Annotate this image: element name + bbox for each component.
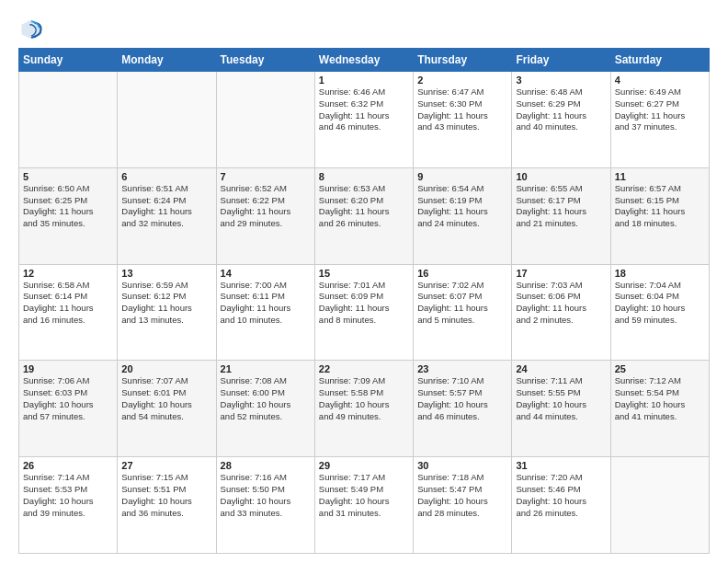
day-info: Sunrise: 7:11 AM Sunset: 5:55 PM Dayligh… xyxy=(516,375,606,422)
day-number: 21 xyxy=(221,363,311,374)
calendar-cell: 30Sunrise: 7:18 AM Sunset: 5:47 PM Dayli… xyxy=(414,457,512,554)
day-info: Sunrise: 6:54 AM Sunset: 6:19 PM Dayligh… xyxy=(417,183,507,230)
day-number: 23 xyxy=(417,363,507,374)
day-info: Sunrise: 7:16 AM Sunset: 5:50 PM Dayligh… xyxy=(221,472,311,519)
day-number: 9 xyxy=(417,171,507,182)
calendar-cell: 29Sunrise: 7:17 AM Sunset: 5:49 PM Dayli… xyxy=(314,457,413,554)
calendar-cell: 16Sunrise: 7:02 AM Sunset: 6:07 PM Dayli… xyxy=(414,264,512,361)
calendar-cell: 15Sunrise: 7:01 AM Sunset: 6:09 PM Dayli… xyxy=(314,264,413,361)
day-info: Sunrise: 7:20 AM Sunset: 5:46 PM Dayligh… xyxy=(516,472,606,519)
day-number: 14 xyxy=(221,268,311,279)
calendar-cell: 26Sunrise: 7:14 AM Sunset: 5:53 PM Dayli… xyxy=(19,457,118,554)
day-info: Sunrise: 6:48 AM Sunset: 6:29 PM Dayligh… xyxy=(516,86,606,133)
day-info: Sunrise: 7:02 AM Sunset: 6:07 PM Dayligh… xyxy=(417,280,507,327)
day-info: Sunrise: 7:08 AM Sunset: 6:00 PM Dayligh… xyxy=(221,375,311,422)
calendar-cell: 17Sunrise: 7:03 AM Sunset: 6:06 PM Dayli… xyxy=(512,264,610,361)
logo-icon xyxy=(18,17,44,42)
calendar-cell: 1Sunrise: 6:46 AM Sunset: 6:32 PM Daylig… xyxy=(314,72,413,168)
day-number: 17 xyxy=(516,268,606,279)
day-info: Sunrise: 7:04 AM Sunset: 6:04 PM Dayligh… xyxy=(615,280,705,327)
day-info: Sunrise: 6:59 AM Sunset: 6:12 PM Dayligh… xyxy=(121,280,211,327)
day-info: Sunrise: 7:14 AM Sunset: 5:53 PM Dayligh… xyxy=(23,472,113,519)
day-info: Sunrise: 7:17 AM Sunset: 5:49 PM Dayligh… xyxy=(319,472,409,519)
calendar-cell xyxy=(118,72,216,168)
day-info: Sunrise: 6:49 AM Sunset: 6:27 PM Dayligh… xyxy=(615,86,705,133)
day-number: 30 xyxy=(417,460,507,471)
day-number: 12 xyxy=(23,268,113,279)
day-info: Sunrise: 7:10 AM Sunset: 5:57 PM Dayligh… xyxy=(417,375,507,422)
weekday-header-tuesday: Tuesday xyxy=(216,49,314,72)
day-number: 8 xyxy=(319,171,409,182)
weekday-header-friday: Friday xyxy=(512,49,610,72)
day-number: 25 xyxy=(615,363,705,374)
calendar-cell: 5Sunrise: 6:50 AM Sunset: 6:25 PM Daylig… xyxy=(19,167,118,264)
calendar-cell: 22Sunrise: 7:09 AM Sunset: 5:58 PM Dayli… xyxy=(314,361,413,457)
calendar-week-4: 19Sunrise: 7:06 AM Sunset: 6:03 PM Dayli… xyxy=(19,361,710,457)
calendar-cell: 4Sunrise: 6:49 AM Sunset: 6:27 PM Daylig… xyxy=(610,72,709,168)
day-number: 3 xyxy=(516,75,606,86)
day-number: 15 xyxy=(319,268,409,279)
calendar-cell: 28Sunrise: 7:16 AM Sunset: 5:50 PM Dayli… xyxy=(216,457,314,554)
calendar-cell: 31Sunrise: 7:20 AM Sunset: 5:46 PM Dayli… xyxy=(512,457,610,554)
header xyxy=(18,17,710,42)
day-info: Sunrise: 6:50 AM Sunset: 6:25 PM Dayligh… xyxy=(23,183,113,230)
calendar-cell: 21Sunrise: 7:08 AM Sunset: 6:00 PM Dayli… xyxy=(216,361,314,457)
weekday-header-row: SundayMondayTuesdayWednesdayThursdayFrid… xyxy=(19,49,710,72)
calendar-cell: 12Sunrise: 6:58 AM Sunset: 6:14 PM Dayli… xyxy=(19,264,118,361)
day-info: Sunrise: 6:46 AM Sunset: 6:32 PM Dayligh… xyxy=(319,86,409,133)
day-number: 11 xyxy=(615,171,705,182)
day-info: Sunrise: 6:57 AM Sunset: 6:15 PM Dayligh… xyxy=(615,183,705,230)
weekday-header-monday: Monday xyxy=(118,49,216,72)
day-number: 26 xyxy=(23,460,113,471)
day-number: 20 xyxy=(121,363,211,374)
day-number: 24 xyxy=(516,363,606,374)
calendar-cell: 9Sunrise: 6:54 AM Sunset: 6:19 PM Daylig… xyxy=(414,167,512,264)
calendar-cell: 10Sunrise: 6:55 AM Sunset: 6:17 PM Dayli… xyxy=(512,167,610,264)
day-info: Sunrise: 6:53 AM Sunset: 6:20 PM Dayligh… xyxy=(319,183,409,230)
day-info: Sunrise: 7:03 AM Sunset: 6:06 PM Dayligh… xyxy=(516,280,606,327)
day-info: Sunrise: 7:00 AM Sunset: 6:11 PM Dayligh… xyxy=(221,280,311,327)
calendar-cell: 7Sunrise: 6:52 AM Sunset: 6:22 PM Daylig… xyxy=(216,167,314,264)
day-number: 1 xyxy=(319,75,409,86)
day-number: 13 xyxy=(121,268,211,279)
calendar-cell: 18Sunrise: 7:04 AM Sunset: 6:04 PM Dayli… xyxy=(610,264,709,361)
calendar-cell xyxy=(610,457,709,554)
weekday-header-wednesday: Wednesday xyxy=(314,49,413,72)
day-number: 2 xyxy=(417,75,507,86)
day-info: Sunrise: 7:12 AM Sunset: 5:54 PM Dayligh… xyxy=(615,375,705,422)
day-info: Sunrise: 7:06 AM Sunset: 6:03 PM Dayligh… xyxy=(23,375,113,422)
calendar-cell: 23Sunrise: 7:10 AM Sunset: 5:57 PM Dayli… xyxy=(414,361,512,457)
day-info: Sunrise: 7:18 AM Sunset: 5:47 PM Dayligh… xyxy=(417,472,507,519)
day-info: Sunrise: 6:58 AM Sunset: 6:14 PM Dayligh… xyxy=(23,280,113,327)
day-info: Sunrise: 6:47 AM Sunset: 6:30 PM Dayligh… xyxy=(417,86,507,133)
calendar-cell: 14Sunrise: 7:00 AM Sunset: 6:11 PM Dayli… xyxy=(216,264,314,361)
day-info: Sunrise: 6:55 AM Sunset: 6:17 PM Dayligh… xyxy=(516,183,606,230)
weekday-header-sunday: Sunday xyxy=(19,49,118,72)
calendar-cell: 2Sunrise: 6:47 AM Sunset: 6:30 PM Daylig… xyxy=(414,72,512,168)
day-number: 29 xyxy=(319,460,409,471)
day-number: 19 xyxy=(23,363,113,374)
day-number: 22 xyxy=(319,363,409,374)
day-number: 6 xyxy=(121,171,211,182)
calendar-cell: 3Sunrise: 6:48 AM Sunset: 6:29 PM Daylig… xyxy=(512,72,610,168)
calendar-cell: 11Sunrise: 6:57 AM Sunset: 6:15 PM Dayli… xyxy=(610,167,709,264)
day-number: 28 xyxy=(221,460,311,471)
day-info: Sunrise: 7:15 AM Sunset: 5:51 PM Dayligh… xyxy=(121,472,211,519)
calendar-cell xyxy=(216,72,314,168)
calendar-cell xyxy=(19,72,118,168)
day-number: 27 xyxy=(121,460,211,471)
day-number: 18 xyxy=(615,268,705,279)
calendar-cell: 20Sunrise: 7:07 AM Sunset: 6:01 PM Dayli… xyxy=(118,361,216,457)
day-number: 4 xyxy=(615,75,705,86)
calendar-week-3: 12Sunrise: 6:58 AM Sunset: 6:14 PM Dayli… xyxy=(19,264,710,361)
calendar-week-5: 26Sunrise: 7:14 AM Sunset: 5:53 PM Dayli… xyxy=(19,457,710,554)
calendar-cell: 6Sunrise: 6:51 AM Sunset: 6:24 PM Daylig… xyxy=(118,167,216,264)
calendar-cell: 24Sunrise: 7:11 AM Sunset: 5:55 PM Dayli… xyxy=(512,361,610,457)
calendar-week-1: 1Sunrise: 6:46 AM Sunset: 6:32 PM Daylig… xyxy=(19,72,710,168)
day-info: Sunrise: 7:01 AM Sunset: 6:09 PM Dayligh… xyxy=(319,280,409,327)
calendar-week-2: 5Sunrise: 6:50 AM Sunset: 6:25 PM Daylig… xyxy=(19,167,710,264)
logo xyxy=(18,17,48,42)
calendar-cell: 27Sunrise: 7:15 AM Sunset: 5:51 PM Dayli… xyxy=(118,457,216,554)
day-number: 7 xyxy=(221,171,311,182)
calendar-cell: 25Sunrise: 7:12 AM Sunset: 5:54 PM Dayli… xyxy=(610,361,709,457)
